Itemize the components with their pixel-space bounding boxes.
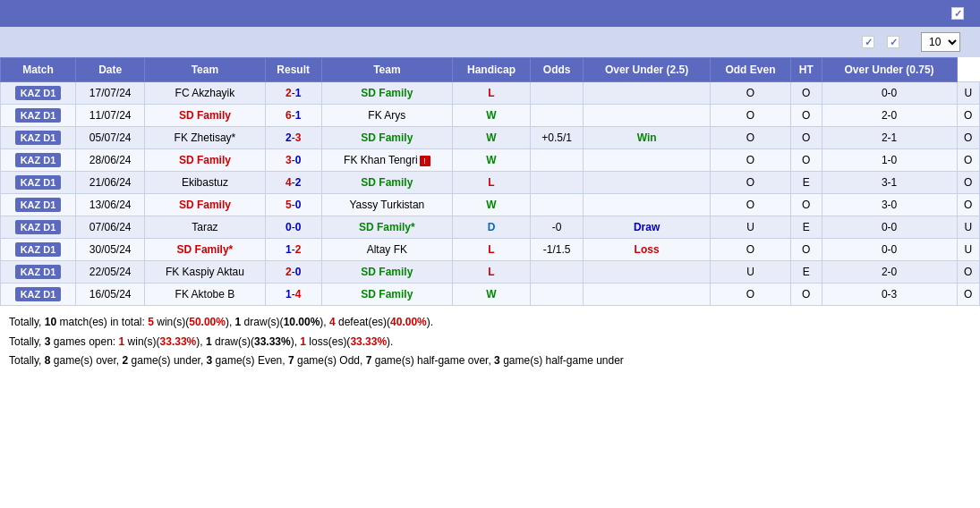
match-badge: KAZ D1: [15, 198, 62, 212]
kaz-cup-filter: ✓: [862, 36, 878, 48]
cell-result: 4-2: [265, 172, 321, 194]
cell-result: 0-0: [265, 216, 321, 239]
cell-ou075: O: [957, 284, 979, 306]
cell-date: 22/05/24: [76, 261, 145, 284]
cell-oddeven: E: [790, 216, 822, 239]
cell-handicap: [531, 82, 584, 105]
cell-oddeven: E: [790, 261, 822, 284]
note-icon: !: [420, 156, 430, 166]
cell-ht: 2-0: [822, 105, 957, 127]
cell-team1: Taraz: [145, 216, 265, 239]
cell-team1: SD Family: [145, 105, 265, 127]
cell-outcome: L: [452, 261, 530, 284]
display-notes-checkbox[interactable]: ✓: [951, 7, 964, 20]
kaz-d1-filter: ✓: [887, 36, 903, 48]
cell-outcome: W: [452, 127, 530, 149]
header-bar: ✓: [0, 0, 980, 27]
table-row: KAZ D128/06/24SD Family3-0FK Khan Tengri…: [1, 149, 980, 172]
match-badge: KAZ D1: [15, 131, 62, 145]
cell-odds: [584, 261, 711, 284]
cell-result: 6-1: [265, 105, 321, 127]
cell-handicap: [531, 172, 584, 194]
cell-oddeven: O: [790, 82, 822, 105]
cell-match: KAZ D1: [1, 172, 76, 194]
summary-line3: Totally, 8 game(s) over, 2 game(s) under…: [9, 351, 971, 371]
table-row: KAZ D105/07/24FK Zhetisay*2-3SD FamilyW+…: [1, 127, 980, 149]
cell-oddeven: O: [790, 284, 822, 306]
cell-odds: Draw: [584, 216, 711, 239]
cell-ht: 1-0: [822, 149, 957, 172]
col-ht: HT: [790, 58, 822, 82]
cell-ou25: O: [710, 127, 790, 149]
table-row: KAZ D117/07/24FC Akzhayik2-1SD FamilyLOO…: [1, 82, 980, 105]
cell-match: KAZ D1: [1, 261, 76, 284]
cell-result: 1-4: [265, 284, 321, 306]
cell-result: 2-0: [265, 261, 321, 284]
cell-handicap: [531, 284, 584, 306]
table-header-row: Match Date Team Result Team Handicap Odd…: [1, 58, 980, 82]
cell-date: 05/07/24: [76, 127, 145, 149]
cell-team1: FK Kaspiy Aktau: [145, 261, 265, 284]
cell-result: 2-3: [265, 127, 321, 149]
cell-ht: 0-0: [822, 239, 957, 261]
cell-match: KAZ D1: [1, 82, 76, 105]
cell-ou075: O: [957, 105, 979, 127]
cell-ou075: O: [957, 149, 979, 172]
match-badge: KAZ D1: [15, 265, 62, 279]
col-ou25: Over Under (2.5): [584, 58, 711, 82]
cell-ou075: O: [957, 261, 979, 284]
cell-team2: SD Family*: [321, 216, 452, 239]
cell-match: KAZ D1: [1, 284, 76, 306]
kaz-cup-checkbox[interactable]: ✓: [862, 36, 874, 48]
cell-ht: 0-3: [822, 284, 957, 306]
cell-team1: SD Family: [145, 149, 265, 172]
col-handicap: Handicap: [452, 58, 530, 82]
cell-team2: SD Family: [321, 127, 452, 149]
match-badge: KAZ D1: [15, 108, 62, 123]
table-row: KAZ D111/07/24SD Family6-1FK ArysWOO2-0O: [1, 105, 980, 127]
cell-outcome: L: [452, 82, 530, 105]
cell-ou25: O: [710, 172, 790, 194]
cell-date: 21/06/24: [76, 172, 145, 194]
cell-date: 13/06/24: [76, 194, 145, 216]
cell-team1: FK Aktobe B: [145, 284, 265, 306]
cell-ou25: O: [710, 105, 790, 127]
summary-section: Totally, 10 match(es) in total: 5 win(s)…: [0, 306, 980, 378]
cell-ou075: U: [957, 216, 979, 239]
match-badge: KAZ D1: [15, 153, 62, 167]
cell-outcome: W: [452, 105, 530, 127]
col-result: Result: [265, 58, 321, 82]
cell-handicap: -1/1.5: [531, 239, 584, 261]
cell-match: KAZ D1: [1, 105, 76, 127]
cell-team2: Yassy Turkistan: [321, 194, 452, 216]
cell-ou25: O: [710, 284, 790, 306]
cell-ou075: U: [957, 82, 979, 105]
table-row: KAZ D122/05/24FK Kaspiy Aktau2-0SD Famil…: [1, 261, 980, 284]
games-select[interactable]: 10 5 15 20 All: [921, 32, 960, 52]
cell-odds: Loss: [584, 239, 711, 261]
kaz-d1-checkbox[interactable]: ✓: [887, 36, 899, 48]
display-notes-container: ✓: [951, 7, 969, 20]
cell-ou075: U: [957, 239, 979, 261]
cell-odds: [584, 149, 711, 172]
cell-ht: 0-0: [822, 82, 957, 105]
col-ou075: Over Under (0.75): [822, 58, 957, 82]
col-date: Date: [76, 58, 145, 82]
cell-team2: SD Family: [321, 261, 452, 284]
cell-team1: FC Akzhayik: [145, 82, 265, 105]
cell-result: 1-2: [265, 239, 321, 261]
cell-date: 07/06/24: [76, 216, 145, 239]
cell-ou25: U: [710, 216, 790, 239]
cell-odds: Win: [584, 127, 711, 149]
cell-handicap: +0.5/1: [531, 127, 584, 149]
cell-outcome: W: [452, 194, 530, 216]
cell-outcome: L: [452, 239, 530, 261]
cell-team2: FK Arys: [321, 105, 452, 127]
match-badge: KAZ D1: [15, 287, 62, 301]
cell-ht: 3-1: [822, 172, 957, 194]
cell-outcome: W: [452, 149, 530, 172]
match-badge: KAZ D1: [15, 220, 62, 234]
cell-team2: SD Family: [321, 172, 452, 194]
cell-odds: [584, 82, 711, 105]
cell-ou25: O: [710, 239, 790, 261]
